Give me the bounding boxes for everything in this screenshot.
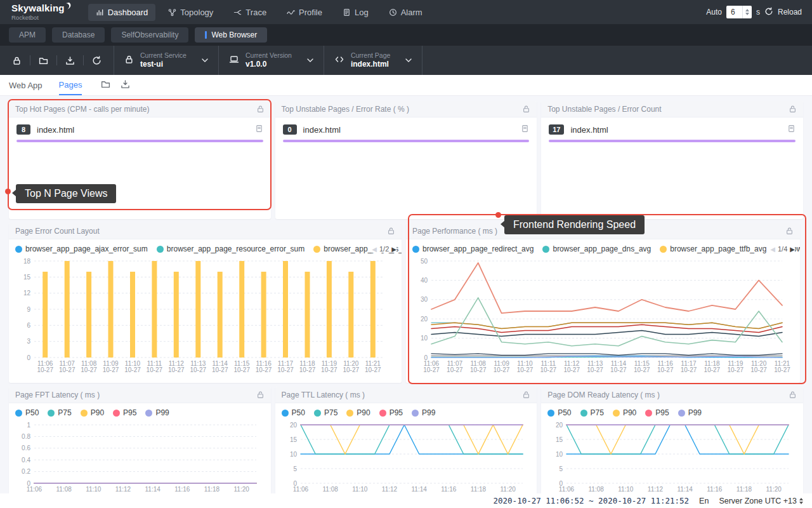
svg-text:5: 5: [293, 465, 297, 472]
svg-text:11:14: 11:14: [411, 486, 427, 493]
card-page-performance: Page Performance ( ms ) browser_app_page…: [406, 223, 800, 383]
nav-dashboard[interactable]: Dashboard: [88, 4, 156, 21]
legend-next-icon[interactable]: ▶: [391, 246, 396, 253]
copy-icon[interactable]: [787, 124, 796, 135]
card-title: Page TTL Latency ( ms ): [282, 391, 523, 399]
reload-icon[interactable]: [764, 7, 773, 18]
dashboard-toolbar: Current Service test-ui Current Version …: [0, 46, 812, 75]
skywalking-logo[interactable]: Skywalking Rocketbot: [11, 3, 72, 21]
tab-pages[interactable]: Pages: [59, 75, 82, 95]
legend-item[interactable]: P75: [580, 408, 604, 417]
svg-text:0.4: 0.4: [22, 457, 30, 464]
legend-item[interactable]: browser_app_page_dns_avg: [542, 244, 651, 253]
legend-item[interactable]: browser_app_page_resource_error_sum: [157, 244, 304, 253]
logo-title: Skywalking: [11, 3, 65, 13]
topn-row[interactable]: 17 index.html: [549, 124, 796, 135]
auto-reload-controls: Auto 6 s Reload: [706, 6, 806, 18]
line-chart-page-performance: 0102030405011:0610-2711:0710-2711:0810-2…: [412, 256, 794, 375]
legend-item[interactable]: P95: [645, 408, 669, 417]
legend-prev-icon[interactable]: ◀: [770, 246, 775, 253]
svg-text:11:14: 11:14: [145, 486, 161, 493]
bar-chart-page-error-count: 036912151811:0610-2711:0710-2711:0810-27…: [15, 256, 395, 375]
legend-item[interactable]: P75: [314, 408, 337, 417]
code-icon: [334, 55, 344, 67]
svg-text:11:10: 11:10: [352, 486, 368, 493]
current-page-selector[interactable]: Current Page index.html: [324, 46, 422, 75]
topn-row[interactable]: 8 index.html: [16, 124, 263, 135]
lock-icon[interactable]: [256, 391, 265, 399]
reload-label[interactable]: Reload: [778, 8, 802, 17]
server-zone-control[interactable]: Server Zone UTC +13: [719, 497, 806, 505]
legend-item[interactable]: P75: [48, 408, 71, 417]
group-web-browser[interactable]: Web Browser: [195, 27, 267, 43]
time-range-picker[interactable]: 2020-10-27 11:06:52 ~ 2020-10-27 11:21:5…: [494, 496, 690, 505]
lock-icon[interactable]: [789, 391, 797, 399]
page-tabs: Web App Pages: [0, 75, 812, 96]
interval-stepper[interactable]: [742, 6, 752, 18]
zone-stepper[interactable]: [797, 498, 806, 504]
lock-icon[interactable]: [785, 227, 794, 235]
selector-label: Current Page: [351, 51, 390, 60]
legend-item[interactable]: P50: [15, 408, 39, 417]
svg-text:11:14: 11:14: [678, 486, 693, 493]
legend-item[interactable]: P50: [547, 408, 571, 417]
legend-item[interactable]: P90: [613, 408, 636, 417]
copy-icon[interactable]: [521, 124, 529, 135]
legend-item[interactable]: browser_app_page_redirect_avg: [412, 244, 534, 253]
download-icon[interactable]: [121, 79, 130, 91]
legend-next-icon[interactable]: ▶: [790, 246, 795, 253]
current-service-selector[interactable]: Current Service test-ui: [114, 46, 218, 75]
lock-icon[interactable]: [256, 105, 265, 113]
lock-icon[interactable]: [789, 105, 797, 113]
nav-label: Dashboard: [108, 8, 148, 17]
lock-icon[interactable]: [387, 227, 395, 235]
legend-item[interactable]: browser_app_page_ajax_error_sum: [15, 244, 148, 253]
main-menu: Dashboard Topology Trace Profile: [88, 4, 430, 21]
laptop-icon: [229, 55, 239, 67]
lock-template-icon[interactable]: [4, 56, 30, 65]
nav-log[interactable]: Log: [335, 4, 376, 21]
topn-row[interactable]: 0 index.html: [283, 124, 530, 135]
nav-trace[interactable]: Trace: [226, 4, 274, 21]
svg-text:11:18: 11:18: [204, 486, 220, 493]
lock-icon[interactable]: [522, 391, 530, 399]
legend-item[interactable]: P90: [81, 408, 104, 417]
group-selfobservability[interactable]: SelfObservability: [111, 27, 188, 43]
group-label: APM: [19, 30, 36, 39]
legend-page: 1/4: [778, 245, 787, 253]
legend-item[interactable]: P95: [113, 408, 136, 417]
auto-interval-input[interactable]: 6: [726, 6, 752, 18]
legend-item[interactable]: P95: [379, 408, 403, 417]
legend-item[interactable]: P99: [145, 408, 169, 417]
nav-alarm[interactable]: Alarm: [381, 4, 430, 21]
group-database[interactable]: Database: [52, 27, 105, 43]
group-apm[interactable]: APM: [9, 27, 46, 43]
svg-text:20: 20: [556, 422, 563, 429]
svg-text:11:1010-27: 11:1010-27: [124, 360, 141, 373]
svg-text:11:12: 11:12: [648, 486, 664, 493]
folder-icon[interactable]: [101, 79, 110, 91]
current-version-selector[interactable]: Current Version v1.0.0: [218, 46, 324, 75]
folder-import-icon[interactable]: [30, 56, 56, 65]
svg-text:11:10: 11:10: [86, 486, 102, 493]
svg-text:0: 0: [27, 354, 30, 361]
legend-prev-icon[interactable]: ◀: [372, 246, 377, 253]
legend-item[interactable]: P99: [412, 408, 435, 417]
language-toggle[interactable]: En: [699, 497, 709, 505]
lock-icon[interactable]: [522, 105, 530, 113]
logo-subtitle: Rocketbot: [11, 15, 72, 21]
nav-profile[interactable]: Profile: [279, 4, 330, 21]
tab-web-app[interactable]: Web App: [9, 75, 43, 95]
seconds-label: s: [756, 8, 760, 17]
legend-item[interactable]: P50: [282, 408, 305, 417]
svg-text:11:18: 11:18: [470, 486, 486, 493]
export-download-icon[interactable]: [57, 56, 83, 65]
legend-item[interactable]: P99: [678, 408, 702, 417]
nav-topology[interactable]: Topology: [160, 4, 221, 21]
copy-icon[interactable]: [255, 124, 263, 135]
rank-bar: [283, 140, 530, 142]
legend-item[interactable]: browser_app_page_ttfb_avg: [660, 244, 766, 253]
refresh-icon[interactable]: [84, 56, 110, 65]
svg-text:18: 18: [23, 258, 31, 265]
legend-item[interactable]: P90: [346, 408, 370, 417]
